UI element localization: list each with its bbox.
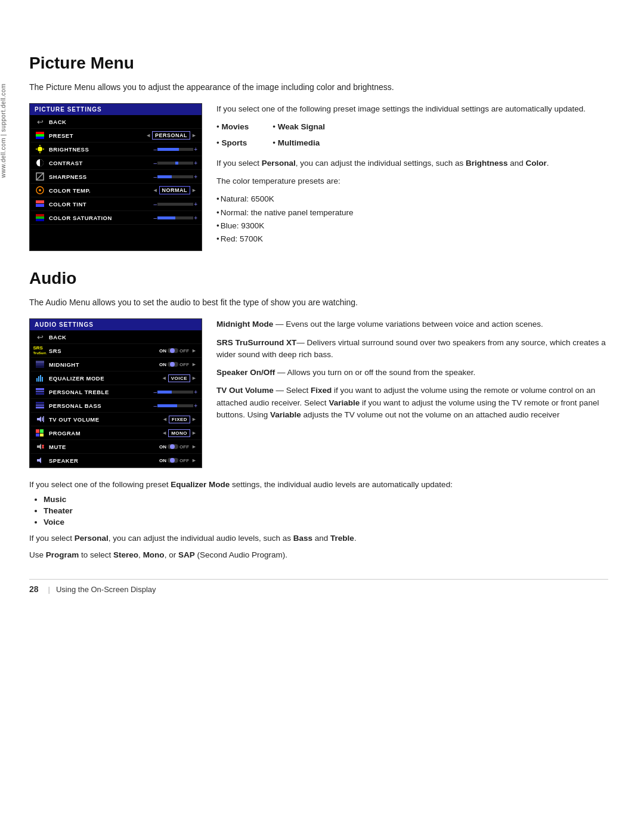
- speaker-onoff: ON OFF: [159, 458, 189, 463]
- eq-info-text: If you select one of the following prese…: [29, 479, 608, 491]
- bass-bar: [157, 404, 193, 407]
- sharpness-minus: –: [154, 174, 157, 180]
- brightness-plus: +: [194, 146, 197, 153]
- tvvol-icon: [33, 414, 47, 424]
- picture-menu-two-col: PICTURE SETTINGS ↩ BACK PRESET: [29, 103, 608, 251]
- audio-menu-header: AUDIO SETTINGS: [30, 319, 202, 330]
- svg-rect-28: [36, 402, 44, 404]
- brightness-bar: [157, 148, 193, 151]
- tvvol-desc: TV Out Volume — Select Fixed if you want…: [216, 385, 608, 421]
- audio-row-midnight: MIDNIGHT ON OFF ►: [30, 358, 202, 371]
- program-label: PROGRAM: [49, 430, 160, 436]
- svg-rect-21: [36, 378, 38, 382]
- brightness-icon: [33, 144, 47, 154]
- preset-label: PRESET: [49, 132, 144, 139]
- svg-line-10: [36, 173, 44, 180]
- midnight-desc: Midnight Mode — Evens out the large volu…: [216, 318, 608, 330]
- svg-rect-16: [36, 216, 44, 219]
- main-content: Picture Menu The Picture Menu allows you…: [17, 36, 644, 809]
- personal-info-text: If you select Personal, you can adjust t…: [216, 157, 608, 169]
- bullet-movies: Movies: [216, 121, 249, 133]
- colorsat-icon: [33, 213, 47, 222]
- picture-menu-intro: The Picture Menu allows you to adjust th…: [29, 81, 608, 94]
- svg-rect-25: [36, 388, 44, 390]
- svg-rect-0: [36, 132, 44, 134]
- svg-point-3: [38, 147, 42, 151]
- midnight-onoff: ON OFF: [159, 362, 189, 367]
- colortemp-arrow-left: ◄: [151, 187, 159, 193]
- colortint-minus: –: [154, 201, 157, 208]
- program-value: MONO: [168, 429, 190, 437]
- picture-menu-row-preset: PRESET ◄ PERSONAL ►: [30, 129, 202, 143]
- svg-rect-22: [38, 376, 39, 382]
- program-icon: [33, 428, 47, 438]
- svg-marker-41: [37, 457, 41, 463]
- audio-title: Audio: [29, 269, 608, 288]
- audio-personal-info: If you select Personal, you can adjust t…: [29, 532, 608, 544]
- brightness-minus: –: [154, 146, 157, 153]
- colorsat-bar: [157, 216, 193, 219]
- audio-row-eq: EQUALIZER MODE ◄ VOICE ►: [30, 371, 202, 385]
- svg-rect-29: [36, 404, 44, 406]
- bullet-weaksignal: Weak Signal: [273, 121, 325, 133]
- picture-menu-row-brightness: BRIGHTNESS – +: [30, 143, 202, 156]
- audio-row-srs: SRSTruSurr. SRS ON OFF ►: [30, 344, 202, 358]
- colorsat-minus: –: [154, 215, 157, 221]
- program-info: Use Program to select Stereo, Mono, or S…: [29, 549, 608, 561]
- svg-rect-23: [40, 375, 41, 382]
- colorsat-plus: +: [194, 215, 197, 221]
- contrast-plus: +: [194, 160, 197, 166]
- temp-bullets: Natural: 6500K Normal: the native panel …: [216, 193, 608, 245]
- srs-icon: SRSTruSurr.: [33, 346, 47, 355]
- brightness-label: BRIGHTNESS: [49, 146, 153, 153]
- eq-label: EQUALIZER MODE: [49, 375, 160, 382]
- svg-rect-17: [36, 219, 44, 221]
- preset-value: PERSONAL: [152, 131, 190, 140]
- svg-rect-2: [36, 137, 44, 139]
- contrast-bar: [157, 162, 193, 165]
- midnight-icon: [33, 360, 47, 369]
- eq-bullet-voice: Voice: [44, 518, 608, 527]
- audio-section: Audio The Audio Menu allows you to set t…: [29, 269, 608, 561]
- eq-icon: [33, 373, 47, 383]
- footer: 28 | Using the On-Screen Display: [29, 579, 608, 594]
- eq-bullets: Music Theater Voice: [44, 495, 608, 527]
- footer-separator: |: [48, 585, 50, 594]
- side-watermark: www.dell.com | support.dell.com: [0, 83, 17, 190]
- audio-row-program: PROGRAM ◄ MONO ►: [30, 426, 202, 440]
- audio-menu-screenshot: AUDIO SETTINGS ↩ BACK SRSTruSurr. SRS ON: [29, 318, 202, 468]
- eq-value: VOICE: [168, 374, 190, 382]
- colortint-bar: [157, 203, 193, 206]
- picture-menu-screenshot: PICTURE SETTINGS ↩ BACK PRESET: [29, 103, 202, 251]
- svg-rect-14: [36, 204, 44, 207]
- colortint-label: COLOR TINT: [49, 201, 153, 208]
- temp-bullet-natural: Natural: 6500K: [216, 193, 608, 205]
- temp-info-text: The color temperature presets are:: [216, 175, 608, 187]
- mute-label: MUTE: [49, 444, 159, 450]
- colortemp-label: COLOR TEMP.: [49, 187, 151, 194]
- svg-rect-37: [40, 433, 44, 436]
- back-icon: ↩: [33, 117, 47, 126]
- eq-bullet-music: Music: [44, 495, 608, 504]
- svg-rect-34: [36, 429, 39, 433]
- sharpness-icon: [33, 172, 47, 181]
- picture-menu-title: Picture Menu: [29, 54, 608, 73]
- svg-marker-38: [37, 444, 41, 450]
- sharpness-plus: +: [194, 174, 197, 180]
- audio-row-back: ↩ BACK: [30, 330, 202, 344]
- audio-intro: The Audio Menu allows you to set the aud…: [29, 296, 608, 309]
- picture-menu-row-colortint: COLOR TINT – +: [30, 197, 202, 211]
- svg-rect-15: [36, 214, 44, 216]
- tvvol-value: FIXED: [169, 416, 190, 423]
- colortint-plus: +: [194, 201, 197, 208]
- audio-row-bass: PERSONAL BASS – +: [30, 399, 202, 413]
- picture-menu-row-sharpness: SHARPNESS – +: [30, 170, 202, 184]
- page-container: www.dell.com | support.dell.com Picture …: [0, 0, 644, 833]
- contrast-label: CONTRAST: [49, 160, 153, 166]
- svg-rect-13: [36, 200, 44, 203]
- speaker-desc: Speaker On/Off — Allows you turn on or o…: [216, 367, 608, 379]
- sharpness-bar: [157, 175, 193, 178]
- svg-point-12: [39, 189, 41, 191]
- audio-back-label: BACK: [49, 334, 198, 340]
- svg-rect-19: [36, 363, 44, 366]
